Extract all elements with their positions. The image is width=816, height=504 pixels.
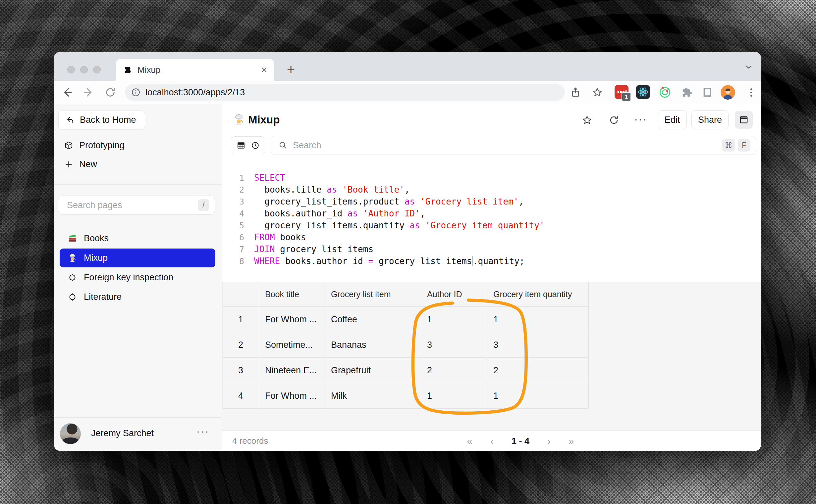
- record-count: 4 records: [232, 436, 268, 446]
- page-icon: [68, 273, 77, 282]
- table-cell[interactable]: Nineteen E...: [259, 358, 325, 383]
- share-button[interactable]: Share: [692, 110, 729, 129]
- sql-line[interactable]: 5 grocery_list_items.quantity as 'Grocer…: [222, 219, 761, 231]
- tab-close-icon[interactable]: ×: [261, 65, 267, 75]
- toggle-panel-button[interactable]: [735, 111, 753, 129]
- sidebar-item-books[interactable]: Books: [60, 229, 216, 248]
- password-manager-extension-icon[interactable]: 1: [615, 85, 629, 99]
- table-row[interactable]: 2Sometime...Bananas33: [223, 332, 589, 358]
- search-pages-input[interactable]: Search pages /: [58, 196, 215, 215]
- sql-token: FROM: [254, 232, 275, 242]
- sql-line[interactable]: 2 books.title as 'Book title',: [222, 184, 761, 196]
- sql-line[interactable]: 4 books.author_id as 'Author ID',: [222, 207, 761, 219]
- table-cell[interactable]: For Whom ...: [259, 383, 325, 409]
- more-options-icon[interactable]: ···: [634, 113, 647, 125]
- table-cell[interactable]: 3: [487, 332, 589, 358]
- user-menu-icon[interactable]: ···: [196, 426, 210, 437]
- sql-editor[interactable]: 1SELECT2 books.title as 'Book title',3 g…: [222, 159, 761, 282]
- back-to-home-label: Back to Home: [80, 115, 136, 125]
- site-info-icon[interactable]: [131, 87, 141, 97]
- window-zoom-button[interactable]: [93, 66, 101, 73]
- next-page-icon[interactable]: ›: [547, 435, 551, 447]
- browser-profile-avatar[interactable]: [721, 85, 735, 100]
- sql-line[interactable]: 1SELECT: [222, 172, 761, 184]
- table-cell[interactable]: Coffee: [325, 307, 421, 332]
- table-cell[interactable]: For Whom ...: [259, 307, 325, 332]
- favorite-star-icon[interactable]: [582, 115, 592, 125]
- back-icon[interactable]: [61, 86, 73, 98]
- row-number[interactable]: 1: [223, 307, 259, 332]
- line-number: 4: [222, 209, 244, 218]
- browser-tab[interactable]: Mixup ×: [116, 59, 274, 81]
- sidebar-item-literature[interactable]: Literature: [60, 288, 216, 306]
- sidebar-item-prototyping[interactable]: Prototyping: [58, 136, 217, 154]
- chevron-down-icon[interactable]: [744, 62, 754, 72]
- table-cell[interactable]: 2: [487, 358, 589, 383]
- column-header[interactable]: Grocery list item: [325, 282, 421, 307]
- prev-page-icon[interactable]: ‹: [490, 435, 494, 447]
- sidebar-item-new[interactable]: New: [58, 155, 217, 173]
- sql-code: SELECT: [254, 173, 285, 183]
- window-close-button[interactable]: [67, 66, 75, 73]
- table-row[interactable]: 4For Whom ...Milk11: [223, 383, 589, 409]
- address-bar[interactable]: localhost:3000/apps/2/13: [125, 84, 565, 101]
- sql-line[interactable]: 8WHERE books.author_id = grocery_list_it…: [222, 255, 761, 267]
- sql-token: 'Book title': [342, 185, 405, 195]
- row-number[interactable]: 3: [223, 358, 259, 383]
- first-page-icon[interactable]: «: [467, 435, 472, 447]
- browser-toolbar: localhost:3000/apps/2/13 1: [54, 81, 761, 104]
- sql-line[interactable]: 3 grocery_list_items.product as 'Grocery…: [222, 196, 761, 207]
- table-cell[interactable]: Sometime...: [259, 332, 325, 358]
- history-clock-icon[interactable]: [251, 141, 260, 150]
- column-header[interactable]: Grocery item quantity: [487, 282, 589, 307]
- line-number: 7: [222, 245, 244, 254]
- sidebar-item-foreign-key-inspection[interactable]: Foreign key inspection: [60, 268, 216, 287]
- table-cell[interactable]: Bananas: [325, 332, 421, 358]
- sidebar-item-mixup[interactable]: Mixup: [60, 249, 216, 267]
- slash-shortcut-badge: /: [198, 199, 209, 211]
- table-cell[interactable]: 1: [421, 307, 487, 332]
- row-number[interactable]: 4: [223, 383, 259, 409]
- table-cell[interactable]: 1: [421, 383, 487, 409]
- table-header-row: Book titleGrocery list itemAuthor IDGroc…: [223, 282, 589, 307]
- refresh-icon[interactable]: [608, 115, 619, 125]
- line-number: 5: [222, 221, 244, 230]
- reload-icon[interactable]: [104, 86, 116, 98]
- view-switcher[interactable]: [231, 136, 265, 154]
- extensions-puzzle-icon[interactable]: [679, 85, 694, 100]
- new-tab-button[interactable]: +: [282, 61, 300, 79]
- last-page-icon[interactable]: »: [568, 435, 574, 447]
- table-row[interactable]: 1For Whom ...Coffee11: [223, 307, 589, 332]
- table-cell[interactable]: Milk: [325, 383, 421, 409]
- sql-line[interactable]: 6FROM books: [222, 231, 761, 243]
- table-view-icon[interactable]: [237, 141, 246, 150]
- orbit-extension-icon[interactable]: [658, 85, 672, 100]
- sql-code: books.author_id as 'Author ID',: [254, 208, 425, 218]
- browser-menu-icon[interactable]: [744, 85, 758, 100]
- bookmark-star-icon[interactable]: [590, 85, 604, 100]
- column-header[interactable]: Book title: [259, 282, 325, 307]
- share-icon[interactable]: [568, 85, 583, 100]
- sql-line[interactable]: 7JOIN grocery_list_items: [222, 243, 761, 255]
- back-to-home-button[interactable]: Back to Home: [58, 111, 145, 129]
- forward-icon[interactable]: [82, 86, 94, 98]
- avatar: [60, 423, 81, 444]
- row-number[interactable]: 2: [223, 332, 259, 358]
- table-cell[interactable]: 2: [421, 358, 487, 383]
- panel-layout-icon: [739, 115, 749, 125]
- sql-token: books.author_id: [280, 256, 368, 266]
- column-header[interactable]: Author ID: [421, 282, 487, 307]
- search-input[interactable]: Search ⌘ F: [271, 136, 756, 155]
- sql-code: books.title as 'Book title',: [254, 185, 410, 195]
- sql-token: ,: [420, 208, 425, 218]
- search-pages-placeholder: Search pages: [67, 200, 198, 210]
- table-row[interactable]: 3Nineteen E...Grapefruit22: [223, 358, 589, 383]
- table-cell[interactable]: Grapefruit: [325, 358, 421, 383]
- reading-list-panel-icon[interactable]: [700, 85, 715, 100]
- table-cell[interactable]: 1: [487, 307, 589, 332]
- table-cell[interactable]: 3: [421, 332, 487, 358]
- window-minimize-button[interactable]: [80, 66, 88, 73]
- edit-button[interactable]: Edit: [658, 110, 687, 129]
- react-devtools-extension-icon[interactable]: [636, 85, 650, 99]
- table-cell[interactable]: 1: [487, 383, 589, 409]
